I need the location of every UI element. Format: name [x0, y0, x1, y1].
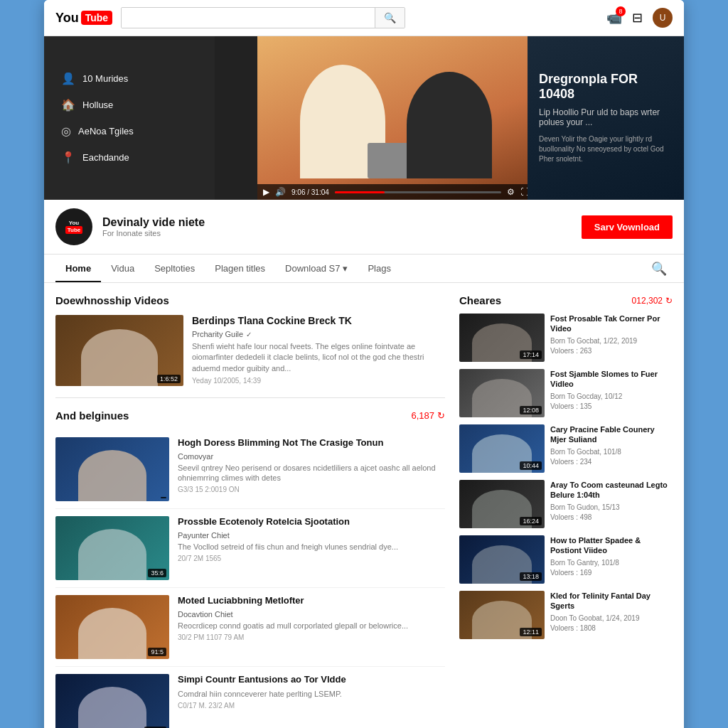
right-video-info-3: Aray To Coom casteunad Legto Belure 1:04… — [550, 480, 673, 528]
right-thumb-5[interactable]: 12:11 — [459, 591, 545, 639]
right-video-title-4[interactable]: How to Platter Spadee & Postiont Viideo — [550, 535, 673, 556]
right-video-meta-5: Doon To Goobat, 1/24, 2019 Voloers : 180… — [550, 614, 673, 633]
section2-title: And belginues — [55, 410, 129, 422]
top-bar: YouTube 🔍 📹8 ⊟ U — [44, 0, 684, 36]
video-controls: ▶ 🔊 9:06 / 31:04 ⚙ ⛶ — [257, 184, 535, 200]
pin-icon: 📍 — [61, 151, 75, 164]
hero-nav-item-4[interactable]: 📍 Eachdande — [61, 151, 198, 164]
subscribe-button[interactable]: Sarv Vownload — [582, 215, 673, 239]
settings-button[interactable]: ⚙ — [507, 187, 515, 197]
right-duration-0: 17:14 — [520, 350, 542, 359]
channel-search-icon[interactable]: 🔍 — [646, 255, 673, 282]
main-content: Doewhnosship Videos 1:6:52 Berdinps Tlan… — [44, 283, 684, 728]
hero-nav-item-2[interactable]: 🏠 Holluse — [61, 98, 198, 112]
right-video-title-2[interactable]: Cary Pracine Fable Counery Mjer Suliand — [550, 424, 673, 445]
tab-home[interactable]: Home — [55, 255, 101, 282]
progress-fill — [335, 191, 385, 193]
youtube-logo[interactable]: YouTube — [55, 11, 112, 26]
video-time: 9:06 / 31:04 — [291, 188, 329, 196]
right-thumb-1[interactable]: 12:08 — [459, 369, 545, 417]
list-item: 91:5 Moted Luciabbning Metlofter Docavti… — [55, 588, 445, 667]
right-thumb-3[interactable]: 16:24 — [459, 480, 545, 528]
right-section-title: Cheares — [459, 294, 501, 306]
search-button[interactable]: 🔍 — [375, 8, 405, 28]
right-video-info-1: Fost Sjamble Slomes to Fuer Vidleo Born … — [550, 369, 673, 417]
video-thumb-1[interactable]: 35:6 — [55, 516, 169, 580]
featured-thumb[interactable]: 1:6:52 — [55, 315, 183, 386]
duration-0 — [161, 497, 166, 498]
right-video-title-3[interactable]: Aray To Coom casteunad Legto Belure 1:04… — [550, 480, 673, 500]
featured-channel: Prcharity Guile ✓ — [192, 330, 445, 338]
browser-window: YouTube 🔍 📹8 ⊟ U 👤 10 Murides 🏠 Holluse — [44, 0, 684, 728]
right-list-item: 16:24 Aray To Coom casteunad Legto Belur… — [459, 480, 673, 528]
refresh-icon[interactable]: ↻ — [437, 410, 445, 421]
channel-avatar-inner: You Tube — [65, 220, 83, 234]
video-desc-1: The Vocllod setreid of fiis chun and fne… — [178, 542, 445, 552]
video-channel-1: Payunter Chiet — [178, 531, 445, 540]
channel-name: Devinaly vide niete — [102, 216, 572, 229]
tab-community[interactable]: Plagen titles — [205, 255, 275, 282]
right-video-info-4: How to Platter Spadee & Postiont Viideo … — [550, 535, 673, 584]
right-duration-4: 13:18 — [520, 572, 542, 581]
right-video-title-0[interactable]: Fost Prosable Tak Corner Por Video — [550, 314, 673, 334]
video-info-1: Prossble Ecotenoly Rotelcia Sjootation P… — [178, 516, 445, 580]
right-thumb-2[interactable]: 10:44 — [459, 424, 545, 473]
user-avatar[interactable]: U — [653, 8, 673, 28]
right-thumb-0[interactable]: 17:14 — [459, 314, 545, 362]
right-video-title-5[interactable]: Kled for Telinity Fantal Day Sgerts — [550, 591, 673, 611]
volume-button[interactable]: 🔊 — [275, 187, 286, 197]
right-video-meta-2: Born To Gocbat, 101/8 Voloers : 234 — [550, 447, 673, 467]
tab-videos[interactable]: Vidua — [101, 255, 144, 282]
video-title-2[interactable]: Moted Luciabbning Metlofter — [178, 595, 445, 607]
search-bar: 🔍 — [121, 7, 405, 28]
yt-small-logo: Tube — [65, 226, 83, 234]
tab-playlists[interactable]: Sepltoties — [144, 255, 205, 282]
video-title-3[interactable]: Simpi Countr Eantusions ao Tor Vldde — [178, 674, 445, 686]
video-channel-2: Docavtion Chiet — [178, 610, 445, 619]
right-video-title-1[interactable]: Fost Sjamble Slomes to Fuer Vidleo — [550, 369, 673, 390]
section2-count: 6,187 ↻ — [411, 410, 445, 421]
hero-nav-overlay: 👤 10 Murides 🏠 Holluse ◎ AeNoa Tgiles 📍 … — [44, 36, 215, 200]
hero-right-title: Dregronpla FOR 10408 — [539, 72, 673, 102]
thumb-person-shape — [81, 329, 158, 386]
channel-info: Devinaly vide niete For Inonate sites — [102, 216, 572, 237]
thumb-person — [78, 608, 146, 659]
video-info-0: Hogh Doress Blimming Not The Crasige Ton… — [178, 437, 445, 501]
progress-bar[interactable] — [335, 191, 501, 193]
right-thumb-4[interactable]: 13:18 — [459, 535, 545, 584]
right-refresh-icon[interactable]: ↻ — [665, 296, 673, 306]
right-section-header: Cheares 012,302 ↻ — [459, 294, 673, 306]
right-video-info-2: Cary Pracine Fable Counery Mjer Suliand … — [550, 424, 673, 473]
duration-2: 91:5 — [148, 648, 166, 656]
filter-icon[interactable]: ⊟ — [632, 10, 643, 26]
divider-1 — [55, 397, 445, 398]
video-desc-0: Seevil qntrey Neo perisend or dosares nc… — [178, 463, 445, 483]
video-info-3: Simpi Countr Eantusions ao Tor Vldde Com… — [178, 674, 445, 728]
hero-right-subtitle: Lip Hoollio Pur uld to baps wrter polues… — [539, 107, 673, 127]
video-thumb-2[interactable]: 91:5 — [55, 595, 169, 659]
video-list: Hogh Doress Blimming Not The Crasige Ton… — [55, 430, 445, 728]
tab-download[interactable]: Download S7 ▾ — [275, 255, 358, 282]
video-title-1[interactable]: Prossble Ecotenoly Rotelcia Sjootation — [178, 516, 445, 528]
tab-download-label: Download S7 ▾ — [285, 263, 348, 274]
list-item: 35:6 Prossble Ecotenoly Rotelcia Sjootat… — [55, 509, 445, 588]
tab-about[interactable]: Plags — [358, 255, 401, 282]
featured-title[interactable]: Berdinps Tlana Cockine Breck TK — [192, 315, 445, 326]
header-icons: 📹8 ⊟ U — [606, 8, 673, 28]
right-video-meta-3: Born To Gudon, 15/13 Voloers : 498 — [550, 503, 673, 523]
hero-nav-item-1[interactable]: 👤 10 Murides — [61, 72, 198, 85]
search-input[interactable] — [122, 8, 375, 28]
hero-nav-item-3[interactable]: ◎ AeNoa Tgiles — [61, 124, 198, 138]
video-info-2: Moted Luciabbning Metlofter Docavtion Ch… — [178, 595, 445, 659]
logo-you: You — [55, 11, 79, 26]
video-title-0[interactable]: Hogh Doress Blimming Not The Crasige Ton… — [178, 437, 445, 449]
video-thumb-0[interactable] — [55, 437, 169, 501]
thumb-person — [78, 529, 146, 580]
video-thumb-3[interactable]: 16:40 — [55, 674, 169, 728]
channel-nav: Home Vidua Sepltoties Plagen titles Down… — [44, 255, 684, 283]
list-item: Hogh Doress Blimming Not The Crasige Ton… — [55, 430, 445, 509]
play-button[interactable]: ▶ — [263, 187, 269, 197]
upload-icon[interactable]: 📹8 — [606, 10, 622, 26]
video-channel-0: Comovyar — [178, 452, 445, 461]
featured-section-header: Doewhnosship Videos — [55, 294, 445, 306]
